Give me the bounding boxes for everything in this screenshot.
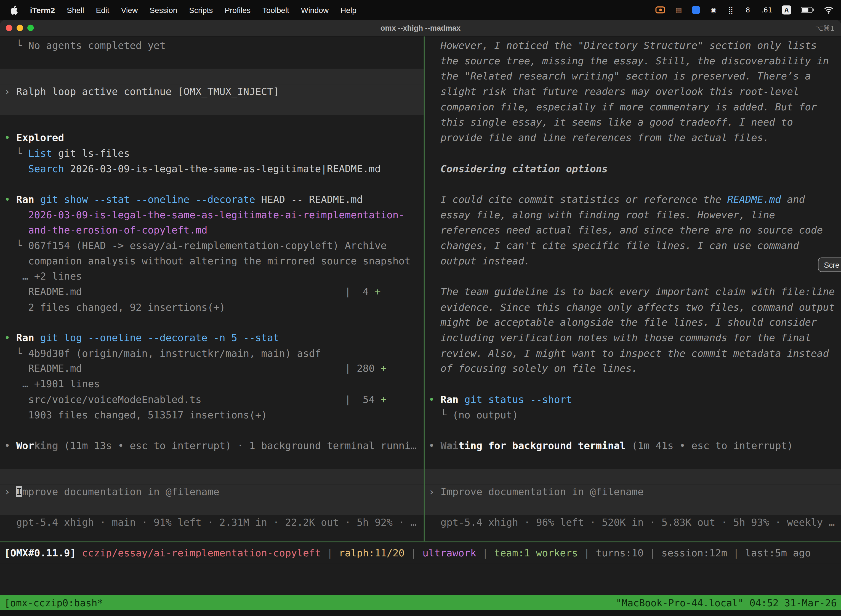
- minimize-window-button[interactable]: [16, 25, 23, 31]
- menu-session[interactable]: Session: [144, 6, 183, 14]
- text-segment: I: [16, 486, 22, 497]
- menu-scripts[interactable]: Scripts: [183, 6, 219, 14]
- text-segment: 1903 files changed, 513517 insertions(+): [4, 409, 267, 420]
- text-segment: •: [4, 332, 16, 343]
- text-segment: [458, 393, 464, 405]
- text-segment: essay file, along with finding root file…: [428, 209, 775, 220]
- command-input[interactable]: › Improve documentation in @filename: [0, 484, 424, 500]
- text-segment: git ls-files: [52, 147, 130, 159]
- dots-grid-icon[interactable]: ⣿: [727, 6, 734, 14]
- session-stats: gpt-5.4 xhigh · main · 91% left · 2.31M …: [0, 515, 424, 531]
- text-segment: Improve documentation in @filename: [440, 486, 643, 497]
- text-segment: +: [375, 286, 381, 297]
- menu-items: iTerm2ShellEditViewSessionScriptsProfile…: [24, 6, 362, 14]
- apple-menu-icon[interactable]: [7, 5, 24, 15]
- explored-search-entry: Search 2026-03-09-is-legal-the-same-as-l…: [0, 161, 424, 177]
- screen-overlay-button[interactable]: Scre: [818, 258, 841, 272]
- screen-recording-indicator[interactable]: [656, 6, 665, 13]
- text-segment: ultrawork: [422, 547, 476, 559]
- menu-view[interactable]: View: [115, 6, 144, 14]
- command-input-box: [0, 469, 424, 484]
- text-segment: team:1 workers: [494, 547, 578, 559]
- close-window-button[interactable]: [6, 25, 12, 31]
- thinking-text: output instead.: [425, 254, 841, 269]
- wifi-icon[interactable]: [824, 6, 834, 13]
- menu-edit[interactable]: Edit: [90, 6, 115, 14]
- text-segment: including verification notes with those …: [428, 332, 811, 343]
- text-segment: Ralph loop active continue [OMX_TMUX_INJ…: [16, 86, 279, 97]
- menu-help[interactable]: Help: [335, 6, 363, 14]
- text-segment: (11m 13s • esc to interrupt) · 1 backgro…: [58, 440, 416, 451]
- zoom-window-button[interactable]: [27, 25, 34, 31]
- menu-bar: iTerm2ShellEditViewSessionScriptsProfile…: [0, 0, 841, 20]
- text-segment: of focusing solely on file lines.: [428, 363, 638, 374]
- git-status-output: └ (no output): [425, 407, 841, 423]
- text-segment: |: [643, 547, 661, 559]
- menu-bar-status-icons: ▦◉⣿8.61A: [656, 5, 834, 14]
- omx-status-bar: [OMX#0.11.9] cczip/essay/ai-reimplementa…: [0, 542, 841, 563]
- thinking-text: evidence. Since this change only affects…: [425, 300, 841, 315]
- text-segment: evidence. Since this change only affects…: [428, 301, 835, 313]
- explored-list-entry: └ List git ls-files: [0, 146, 424, 161]
- text-segment: ›: [4, 486, 16, 497]
- text-segment: [4, 163, 28, 174]
- command-input[interactable]: › Improve documentation in @filename: [425, 484, 841, 500]
- ran-git-log: • Ran git log --oneline --decorate -n 5 …: [0, 331, 424, 346]
- output-truncation-note: … +1901 lines: [0, 377, 424, 392]
- thinking-text: this single essay, it seems like a good …: [425, 115, 841, 131]
- ran-git-status: • Ran git status --short: [425, 392, 841, 408]
- diffstat-line: README.md | 4 +: [0, 284, 424, 300]
- window-tiles-icon[interactable]: ▦: [675, 6, 682, 14]
- menu-profiles[interactable]: Profiles: [219, 6, 256, 14]
- output-truncation-note: … +2 lines: [0, 269, 424, 285]
- diffstat-line: README.md | 280 +: [0, 361, 424, 377]
- blank-line: [0, 454, 424, 469]
- text-segment: 2026-03-09-is-legal-the-same-as-legitima…: [64, 163, 381, 174]
- menu-toolbelt[interactable]: Toolbelt: [256, 6, 295, 14]
- text-segment: src/voice/voiceModeEnabled.ts | 54: [4, 393, 381, 405]
- command-input-box: [425, 469, 841, 484]
- left-terminal-pane[interactable]: └ No agents completed yet› Ralph loop ac…: [0, 37, 424, 541]
- right-terminal-pane[interactable]: However, I noticed the "Directory Struct…: [425, 37, 841, 541]
- text-segment: |: [321, 547, 339, 559]
- thinking-text: including verification notes with those …: [425, 331, 841, 346]
- menu-shell[interactable]: Shell: [61, 6, 90, 14]
- numpad-8-icon[interactable]: 8: [744, 6, 752, 14]
- battery-icon[interactable]: [801, 7, 814, 13]
- text-segment: Ran: [440, 393, 458, 405]
- text-segment: Considering citation options: [428, 163, 608, 174]
- blank-line: [0, 115, 424, 131]
- text-segment: Ran: [16, 194, 34, 205]
- dark-app-icon[interactable]: ◉: [710, 6, 717, 14]
- text-segment: changes, I can't cite specific file line…: [428, 240, 799, 251]
- load-meter-icon[interactable]: .61: [761, 6, 772, 14]
- text-segment: [34, 194, 40, 205]
- text-segment: and-the-erosion-of-copyleft.md: [4, 224, 208, 236]
- command-input-box: [0, 500, 424, 515]
- text-segment: companion analysis without altering the …: [4, 255, 410, 267]
- thinking-text: references need actual files, and since …: [425, 223, 841, 238]
- thinking-text: However, I noticed the "Directory Struct…: [425, 38, 841, 54]
- text-segment: However, I noticed the "Directory Struct…: [428, 40, 817, 51]
- window-title-bar[interactable]: omx --xhigh --madmax ⌥⌘1: [0, 20, 841, 37]
- thinking-text: review. Also, I might want to inspect th…: [425, 346, 841, 361]
- input-source-icon[interactable]: A: [782, 5, 791, 14]
- screen-bottom-strip: [0, 610, 841, 616]
- text-segment: … +1901 lines: [4, 378, 100, 390]
- thinking-heading: Considering citation options: [425, 161, 841, 177]
- text-segment: git status --short: [464, 393, 572, 405]
- text-segment: +: [381, 393, 387, 405]
- text-segment: •: [4, 132, 16, 143]
- working-status: • Working (11m 13s • esc to interrupt) ·…: [0, 438, 424, 454]
- traffic-lights: [6, 25, 34, 31]
- text-segment: (1m 41s • esc to interrupt): [626, 440, 793, 451]
- text-segment: companion file, especially if more comme…: [428, 101, 817, 113]
- menu-window[interactable]: Window: [295, 6, 334, 14]
- text-segment: |: [578, 547, 596, 559]
- blue-app-icon[interactable]: [692, 6, 700, 14]
- thinking-text: provide file and line references from th…: [425, 131, 841, 146]
- menu-iterm2[interactable]: iTerm2: [24, 6, 61, 14]
- ralph-loop-banner: › Ralph loop active continue [OMX_TMUX_I…: [0, 84, 424, 100]
- text-segment: provide file and line references from th…: [428, 132, 769, 143]
- text-segment: output instead.: [428, 255, 530, 267]
